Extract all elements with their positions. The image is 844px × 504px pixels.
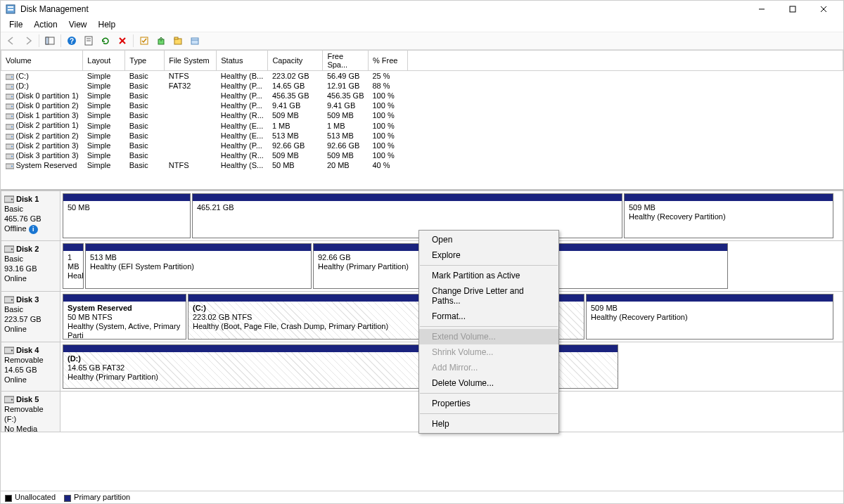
- ctx-extend-volume: Extend Volume...: [419, 329, 558, 344]
- col-volume[interactable]: Volume: [1, 51, 83, 71]
- delete-button[interactable]: [115, 33, 130, 49]
- menu-file[interactable]: File: [4, 18, 28, 31]
- volume-row[interactable]: (C:)SimpleBasicNTFSHealthy (B...223.02 G…: [1, 71, 843, 82]
- action4-button[interactable]: [187, 33, 203, 49]
- col-status[interactable]: Status: [217, 51, 268, 71]
- disk-icon: [4, 395, 14, 403]
- disk-info[interactable]: Disk 3Basic223.57 GBOnline: [1, 292, 60, 342]
- drive-icon: [6, 103, 14, 110]
- titlebar: Disk Management: [1, 1, 843, 18]
- legend-primary: Primary partition: [64, 493, 130, 501]
- svg-rect-22: [6, 75, 14, 79]
- ctx-delete-volume[interactable]: Delete Volume...: [419, 375, 558, 391]
- toolbar: ?: [1, 32, 843, 50]
- disk-size: 14.65 GB: [4, 365, 57, 375]
- partition-body: System Reserved50 MB NTFSHealthy (System…: [63, 302, 186, 339]
- volume-table[interactable]: VolumeLayoutTypeFile SystemStatusCapacit…: [1, 50, 843, 170]
- svg-point-33: [11, 126, 13, 127]
- svg-point-47: [11, 299, 13, 300]
- ctx-open[interactable]: Open: [419, 232, 558, 247]
- col-free-spa-[interactable]: Free Spa...: [323, 51, 369, 71]
- partition-status: Healthy (Recovery Partition): [591, 313, 829, 322]
- partition-header: [587, 295, 833, 302]
- volume-row[interactable]: (Disk 2 partition 2)SimpleBasicHealthy (…: [1, 131, 843, 141]
- volume-row[interactable]: (Disk 1 partition 3)SimpleBasicHealthy (…: [1, 110, 843, 120]
- partition[interactable]: 509 MBHealthy (Recovery Partition): [586, 294, 833, 340]
- disk-size: 223.57 GB: [4, 314, 57, 324]
- col-layout[interactable]: Layout: [83, 51, 125, 71]
- volume-row[interactable]: (D:)SimpleBasicFAT32Healthy (P...14.65 G…: [1, 81, 843, 91]
- disk-info[interactable]: Disk 5Removable (F:)No Media: [1, 392, 60, 432]
- volume-row[interactable]: System ReservedSimpleBasicNTFSHealthy (S…: [1, 160, 843, 170]
- volume-row[interactable]: (Disk 0 partition 2)SimpleBasicHealthy (…: [1, 101, 843, 110]
- partition[interactable]: 513 MBHealthy (EFI System Partition): [85, 243, 312, 289]
- col-capacity[interactable]: Capacity: [268, 51, 323, 71]
- disk-info[interactable]: Disk 4Removable14.65 GBOnline: [1, 342, 60, 391]
- disk-state: No Media: [4, 424, 57, 434]
- disk-info[interactable]: Disk 2Basic93.16 GBOnline: [1, 241, 60, 291]
- drive-icon: [6, 73, 14, 80]
- disk-icon: [4, 346, 14, 354]
- partition-body: 1 MBHealt: [63, 251, 83, 288]
- partition-status: Healthy (EFI System Partition): [90, 262, 307, 271]
- context-menu[interactable]: OpenExploreMark Partition as ActiveChang…: [418, 230, 559, 434]
- maximize-button[interactable]: [777, 1, 808, 18]
- partition-body: 509 MBHealthy (Recovery Partition): [625, 201, 833, 238]
- refresh-button[interactable]: [98, 33, 113, 49]
- show-hide-button[interactable]: [42, 33, 58, 49]
- partition-size: 50 MB NTFS: [68, 313, 181, 322]
- action2-button[interactable]: [153, 33, 169, 49]
- info-icon[interactable]: i: [29, 225, 38, 234]
- disk-type: Removable: [4, 355, 57, 365]
- action1-button[interactable]: [136, 33, 152, 49]
- disk-icon: [4, 245, 14, 253]
- col-type[interactable]: Type: [125, 51, 165, 71]
- ctx-format[interactable]: Format...: [419, 309, 558, 324]
- properties-button[interactable]: [81, 33, 96, 49]
- help-button[interactable]: ?: [64, 33, 79, 49]
- partition[interactable]: 50 MB: [63, 193, 191, 238]
- svg-rect-32: [6, 124, 14, 129]
- col--free[interactable]: % Free: [369, 51, 408, 71]
- partition[interactable]: 509 MBHealthy (Recovery Partition): [624, 193, 833, 238]
- svg-rect-30: [6, 114, 14, 119]
- partition[interactable]: 1 MBHealt: [63, 243, 84, 289]
- volume-list-pane: VolumeLayoutTypeFile SystemStatusCapacit…: [1, 50, 843, 190]
- partition-status: Healt: [68, 271, 79, 280]
- volume-row[interactable]: (Disk 0 partition 1)SimpleBasicHealthy (…: [1, 91, 843, 101]
- menu-view[interactable]: View: [63, 18, 93, 31]
- menu-help[interactable]: Help: [93, 18, 122, 31]
- disk-size: 465.76 GB: [4, 214, 57, 224]
- ctx-help[interactable]: Help: [419, 416, 558, 432]
- close-button[interactable]: [808, 1, 839, 18]
- ctx-change-drive-letter-and-paths[interactable]: Change Drive Letter and Paths...: [419, 283, 558, 309]
- volume-row[interactable]: (Disk 2 partition 1)SimpleBasicHealthy (…: [1, 120, 843, 130]
- partition[interactable]: System Reserved50 MB NTFSHealthy (System…: [63, 294, 186, 340]
- legend: Unallocated Primary partition: [1, 491, 843, 503]
- ctx-properties[interactable]: Properties: [419, 396, 558, 411]
- minimize-button[interactable]: [746, 1, 777, 18]
- disk-state: Online: [4, 324, 57, 334]
- svg-point-29: [11, 106, 13, 108]
- ctx-mark-partition-as-active[interactable]: Mark Partition as Active: [419, 268, 558, 283]
- action3-button[interactable]: [170, 33, 186, 49]
- disk-state: Offline i: [4, 224, 57, 234]
- back-button[interactable]: [4, 33, 19, 49]
- col-file-system[interactable]: File System: [165, 51, 217, 71]
- svg-rect-36: [6, 144, 14, 149]
- svg-point-43: [11, 198, 13, 200]
- menubar: FileActionViewHelp: [1, 18, 843, 32]
- volume-row[interactable]: (Disk 3 partition 3)SimpleBasicHealthy (…: [1, 150, 843, 160]
- volume-table-header[interactable]: VolumeLayoutTypeFile SystemStatusCapacit…: [1, 51, 843, 71]
- svg-rect-4: [790, 6, 795, 12]
- legend-unallocated: Unallocated: [5, 493, 56, 501]
- partition-size: 1 MB: [68, 253, 79, 271]
- disk-info[interactable]: Disk 1Basic465.76 GBOffline i: [1, 191, 60, 240]
- forward-button[interactable]: [20, 33, 36, 49]
- volume-row[interactable]: (Disk 2 partition 3)SimpleBasicHealthy (…: [1, 141, 843, 150]
- menu-action[interactable]: Action: [28, 18, 63, 31]
- ctx-explore[interactable]: Explore: [419, 247, 558, 263]
- svg-point-35: [11, 136, 13, 137]
- svg-rect-19: [174, 37, 178, 39]
- partition-status: Healthy (System, Active, Primary Parti: [68, 322, 181, 339]
